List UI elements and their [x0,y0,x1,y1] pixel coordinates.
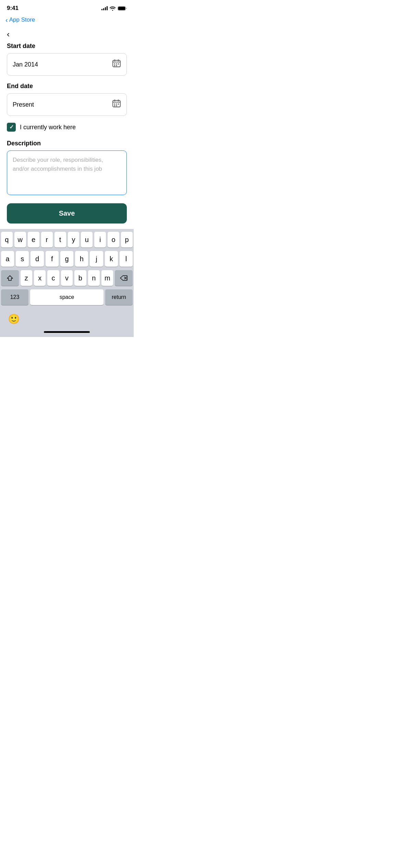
key-u[interactable]: u [81,232,93,248]
svg-rect-6 [114,65,115,66]
app-store-back-label: App Store [9,16,35,23]
form-content: Start date Jan 2014 End date Present [0,43,134,224]
key-c[interactable]: c [47,270,59,286]
key-h[interactable]: h [75,251,88,267]
checkmark-icon: ✓ [9,124,14,130]
currently-work-here-label: I currently work here [20,124,76,131]
key-e[interactable]: e [28,232,39,248]
status-time: 9:41 [7,5,19,12]
keyboard-row-2: a s d f g h j k l [1,251,133,267]
key-n[interactable]: n [88,270,100,286]
battery-icon [118,6,127,11]
key-backspace[interactable] [115,270,133,286]
key-shift[interactable] [1,270,19,286]
key-z[interactable]: z [21,270,32,286]
end-date-section: End date Present [7,83,127,116]
key-x[interactable]: x [34,270,46,286]
home-indicator-bar [44,331,90,333]
status-bar: 9:41 [0,0,134,14]
keyboard-row-4: 123 space return [1,289,133,305]
emoji-icon: 🙂 [8,313,20,325]
key-d[interactable]: d [31,251,44,267]
key-p[interactable]: p [121,232,133,248]
svg-rect-12 [114,105,115,106]
svg-rect-4 [116,63,117,64]
end-date-input[interactable]: Present [7,93,127,116]
emoji-button[interactable]: 🙂 [7,312,21,326]
key-v[interactable]: v [61,270,73,286]
description-section: Description [7,140,127,196]
key-r[interactable]: r [41,232,53,248]
nav-bar: ‹ App Store [0,14,134,27]
key-b[interactable]: b [74,270,86,286]
start-date-label: Start date [7,43,127,50]
key-m[interactable]: m [101,270,113,286]
key-o[interactable]: o [108,232,119,248]
svg-rect-13 [116,105,117,106]
svg-rect-10 [116,104,117,105]
start-date-section: Start date Jan 2014 [7,43,127,76]
key-space[interactable]: space [30,289,104,305]
svg-rect-7 [116,65,117,66]
key-f[interactable]: f [46,251,59,267]
key-j[interactable]: j [90,251,103,267]
description-textarea[interactable] [7,150,127,195]
key-return[interactable]: return [105,289,133,305]
description-label: Description [7,140,127,147]
back-arrow-icon[interactable]: ‹ [7,29,10,39]
status-icons [101,6,127,11]
svg-rect-3 [114,63,115,64]
signal-icon [101,6,108,10]
save-button[interactable]: Save [7,203,127,224]
key-w[interactable]: w [14,232,26,248]
arrow-row: ‹ [0,27,134,43]
app-store-back-button[interactable]: ‹ App Store [5,15,35,25]
end-date-value: Present [13,101,34,108]
bottom-bar: 🙂 [0,310,134,328]
end-date-label: End date [7,83,127,90]
key-t[interactable]: t [54,232,66,248]
keyboard: q w e r t y u i o p a s d f g h j k l z … [0,229,134,310]
key-k[interactable]: k [105,251,118,267]
keyboard-row-3: z x c v b n m [1,270,133,286]
start-date-calendar-icon [112,59,121,70]
currently-work-here-checkbox[interactable]: ✓ [7,123,16,132]
back-chevron-icon: ‹ [5,16,8,23]
svg-rect-11 [118,104,119,105]
start-date-value: Jan 2014 [13,61,38,68]
svg-rect-5 [118,63,119,64]
key-s[interactable]: s [16,251,29,267]
start-date-input[interactable]: Jan 2014 [7,53,127,76]
end-date-calendar-icon [112,99,121,110]
home-indicator-area [0,328,134,337]
key-a[interactable]: a [1,251,14,267]
keyboard-row-1: q w e r t y u i o p [1,232,133,248]
key-numbers[interactable]: 123 [1,289,28,305]
svg-rect-9 [114,104,115,105]
wifi-icon [110,6,116,11]
currently-work-here-row: ✓ I currently work here [7,123,127,132]
key-i[interactable]: i [94,232,106,248]
key-y[interactable]: y [68,232,80,248]
svg-rect-1 [118,7,125,10]
key-g[interactable]: g [60,251,73,267]
key-l[interactable]: l [120,251,133,267]
key-q[interactable]: q [1,232,13,248]
